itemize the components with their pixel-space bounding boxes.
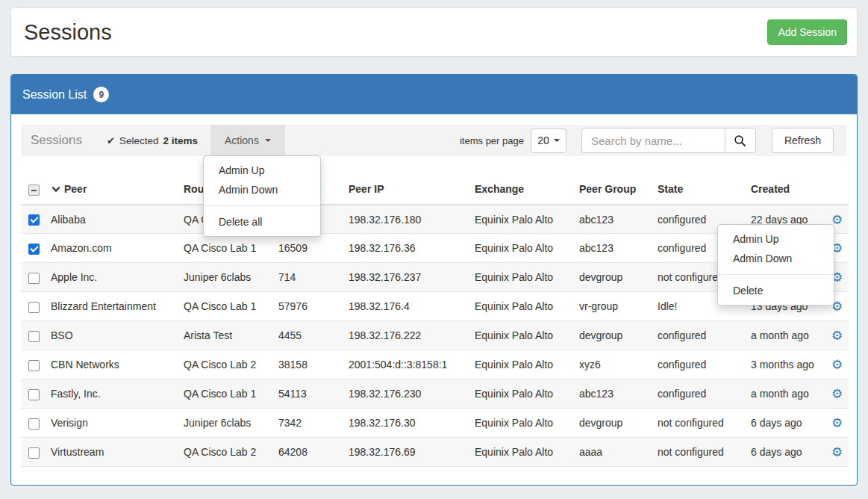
toolbar: Sessions ✔ Selected 2 items Actions item…: [21, 125, 847, 156]
row-actions-gear-icon[interactable]: ⚙: [831, 415, 843, 430]
items-per-page-label: items per page: [460, 135, 524, 146]
cell-router: Juniper 6clabs: [184, 409, 278, 438]
cell-router: QA Cisco Lab 1: [184, 379, 278, 409]
cell-peer: Verisign: [51, 409, 184, 438]
cell-peer-ip: 198.32.176.180: [349, 205, 475, 234]
cell-peer-group: abc123: [579, 379, 658, 409]
menu-item-delete-all[interactable]: Delete all: [204, 212, 320, 232]
row-actions-gear-icon[interactable]: ⚙: [831, 386, 843, 401]
cell-peer-ip: 198.32.176.222: [349, 321, 475, 350]
row-checkbox[interactable]: [28, 214, 40, 226]
cell-peer-ip: 198.32.176.69: [349, 438, 475, 467]
table-header-row: Peer Router ASN Peer IP Exchange Peer Gr…: [21, 178, 849, 205]
header-exchange[interactable]: Exchange: [475, 178, 579, 205]
row-checkbox[interactable]: [28, 447, 40, 459]
page-size-value: 20: [537, 134, 549, 146]
header-created[interactable]: Created: [751, 178, 825, 205]
table-row: VerisignJuniper 6clabs7342198.32.176.30E…: [21, 409, 849, 438]
table-row: CBN NetworksQA Cisco Lab 2381582001:504:…: [21, 350, 849, 379]
header-state[interactable]: State: [658, 178, 751, 205]
table-row: Fastly, Inc.QA Cisco Lab 154113198.32.17…: [21, 379, 849, 409]
cell-asn: 16509: [278, 234, 349, 263]
menu-item-admin-up[interactable]: Admin Up: [204, 161, 320, 180]
search-group: [581, 128, 756, 153]
page-size-select[interactable]: 20: [531, 128, 566, 153]
select-all-checkbox[interactable]: [28, 185, 40, 196]
cell-state: configured: [658, 379, 751, 409]
header-peer-ip[interactable]: Peer IP: [349, 178, 475, 205]
header-actions: [825, 178, 849, 205]
row-checkbox[interactable]: [28, 389, 40, 400]
cell-router: QA Cisco Lab 1: [184, 234, 278, 263]
table-row: BSOArista Test4455198.32.176.222Equinix …: [21, 321, 849, 350]
session-count-badge: 9: [93, 87, 109, 102]
cell-peer-ip: 198.32.176.36: [349, 234, 475, 263]
cell-exchange: Equinix Palo Alto: [475, 292, 579, 321]
search-button[interactable]: [725, 128, 756, 153]
row-checkbox[interactable]: [28, 273, 40, 284]
cell-router: Juniper 6clabs: [184, 263, 278, 292]
cell-peer-ip: 198.32.176.237: [349, 263, 475, 292]
menu-divider: [718, 274, 834, 275]
cell-exchange: Equinix Palo Alto: [475, 350, 579, 379]
cell-peer-group: devgroup: [579, 409, 658, 438]
cell-peer: Fastly, Inc.: [51, 379, 184, 409]
cell-router: QA Cisco Lab 2: [184, 350, 278, 379]
menu-divider: [204, 205, 320, 206]
cell-asn: 57976: [278, 292, 349, 321]
cell-exchange: Equinix Palo Alto: [475, 409, 579, 438]
cell-asn: 54113: [278, 379, 349, 409]
panel-title: Session List: [22, 88, 87, 102]
row-checkbox[interactable]: [28, 331, 40, 342]
cell-peer-group: abc123: [579, 205, 658, 234]
cell-peer-ip: 198.32.176.230: [349, 379, 475, 409]
header-peer[interactable]: Peer: [51, 178, 184, 205]
row-checkbox[interactable]: [28, 244, 40, 255]
chevron-down-icon: [265, 139, 271, 142]
cell-peer-ip: 2001:504:d::3:8158:1: [349, 350, 475, 379]
actions-dropdown-menu: Admin UpAdmin DownDelete all: [203, 155, 321, 237]
menu-item-delete[interactable]: Delete: [718, 281, 834, 300]
search-input[interactable]: [581, 128, 725, 153]
cell-router: Arista Test: [184, 321, 278, 350]
toolbar-title: Sessions: [21, 133, 82, 148]
menu-item-admin-down[interactable]: Admin Down: [204, 180, 320, 199]
sort-descending-icon: [51, 185, 61, 194]
row-actions-gear-icon[interactable]: ⚙: [831, 328, 843, 343]
cell-state: not configured: [658, 438, 751, 467]
row-actions-gear-icon[interactable]: ⚙: [831, 357, 843, 372]
row-checkbox[interactable]: [28, 418, 40, 430]
cell-peer: Blizzard Entertainment: [51, 292, 184, 321]
cell-peer-group: devgroup: [579, 263, 658, 292]
actions-button-label: Actions: [225, 134, 259, 146]
cell-state: configured: [658, 350, 751, 379]
cell-peer-group: devgroup: [579, 321, 658, 350]
cell-exchange: Equinix Palo Alto: [475, 205, 579, 234]
refresh-button[interactable]: Refresh: [772, 128, 834, 153]
cell-state: configured: [658, 321, 751, 350]
menu-item-admin-up[interactable]: Admin Up: [718, 229, 834, 249]
cell-exchange: Equinix Palo Alto: [475, 234, 579, 263]
session-table: Peer Router ASN Peer IP Exchange Peer Gr…: [21, 178, 849, 467]
search-icon: [734, 134, 746, 147]
row-actions-gear-icon[interactable]: ⚙: [831, 444, 843, 459]
cell-exchange: Equinix Palo Alto: [475, 438, 579, 467]
page-title: Sessions: [24, 20, 112, 45]
row-checkbox[interactable]: [28, 302, 40, 313]
header-peer-group[interactable]: Peer Group: [579, 178, 658, 205]
add-session-button[interactable]: Add Session: [767, 19, 847, 45]
row-actions-dropdown-menu: Admin UpAdmin DownDelete: [717, 224, 834, 306]
cell-asn: 714: [278, 263, 349, 292]
cell-asn: 7342: [278, 409, 349, 438]
cell-created: a month ago: [751, 321, 825, 350]
cell-peer: CBN Networks: [51, 350, 184, 379]
cell-asn: 4455: [278, 321, 349, 350]
actions-dropdown-button[interactable]: Actions: [210, 125, 285, 156]
cell-peer: Amazon.com: [51, 234, 184, 263]
row-checkbox[interactable]: [28, 360, 40, 371]
menu-item-admin-down[interactable]: Admin Down: [718, 249, 834, 268]
page: Sessions Add Session Session List 9 Sess…: [0, 0, 868, 499]
cell-peer-ip: 198.32.176.4: [349, 292, 475, 321]
cell-created: 6 days ago: [751, 409, 825, 438]
page-header: Sessions Add Session: [10, 7, 858, 57]
